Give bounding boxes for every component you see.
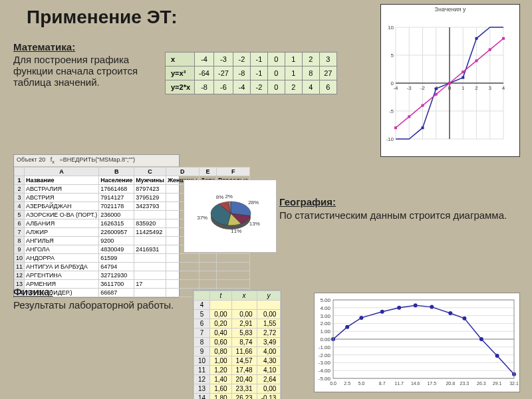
function-chart-title: Значения y: [381, 5, 519, 13]
svg-rect-35: [394, 126, 397, 129]
svg-text:-3.00: -3.00: [319, 360, 331, 366]
svg-rect-43: [502, 37, 505, 40]
formula-bar: =ВНЕДРИТЬ("MSMap.8";""): [59, 156, 135, 163]
svg-text:3: 3: [489, 85, 492, 91]
svg-rect-40: [462, 70, 464, 73]
svg-point-91: [414, 303, 418, 307]
svg-text:2.5: 2.5: [344, 381, 350, 386]
geography-spreadsheet: Объект 20 fx =ВНЕДРИТЬ("MSMap.8";"") ABC…: [13, 154, 180, 298]
svg-text:8%: 8%: [216, 194, 224, 200]
svg-point-93: [448, 311, 452, 315]
page-title: Применение ЭТ:: [27, 7, 178, 28]
svg-text:-4: -4: [393, 85, 398, 91]
function-chart: Значения y -10-50510-4-3-2-101234: [380, 4, 520, 157]
object-label: Объект 20: [17, 156, 45, 163]
svg-rect-42: [489, 49, 491, 51]
function-table: x-4-3-2-10123y=x³-64-27-8-101827y=2*x-8-…: [165, 52, 337, 94]
svg-text:5: 5: [391, 53, 394, 59]
svg-point-89: [380, 310, 384, 314]
svg-text:-5.00: -5.00: [319, 376, 331, 382]
svg-point-92: [430, 305, 434, 309]
svg-text:32.1: 32.1: [509, 381, 519, 386]
svg-rect-39: [448, 82, 451, 84]
svg-rect-36: [408, 115, 410, 118]
svg-rect-37: [422, 104, 424, 107]
svg-text:37%: 37%: [197, 215, 207, 221]
math-label-block: Математика: Для построения графика функц…: [13, 41, 153, 88]
svg-text:0.0: 0.0: [330, 381, 336, 386]
svg-point-94: [462, 317, 466, 321]
svg-text:2.00: 2.00: [320, 321, 331, 327]
svg-text:10: 10: [388, 25, 394, 31]
svg-point-95: [479, 337, 483, 341]
geography-pie-chart: 28%13%11%37%8%2%: [184, 180, 277, 253]
svg-point-96: [495, 354, 499, 358]
svg-text:-2: -2: [420, 85, 426, 91]
math-text: Для построения графика функции сначала с…: [13, 54, 153, 88]
svg-rect-30: [422, 126, 424, 129]
svg-text:-4.00: -4.00: [319, 368, 331, 374]
svg-rect-34: [475, 37, 478, 40]
svg-text:17.5: 17.5: [427, 381, 436, 386]
geography-text: По статистическим данным строится диагра…: [279, 209, 519, 221]
svg-text:-10: -10: [386, 136, 394, 142]
svg-rect-41: [475, 59, 478, 62]
svg-rect-31: [435, 87, 438, 90]
physics-label-block: Физика: Результаты лабораторной работы.: [13, 286, 186, 311]
svg-text:5.0: 5.0: [358, 381, 365, 386]
svg-text:11.7: 11.7: [394, 381, 404, 386]
svg-rect-33: [462, 76, 464, 79]
svg-text:3.00: 3.00: [320, 313, 331, 319]
svg-text:-3: -3: [407, 85, 412, 91]
physics-text: Результаты лабораторной работы.: [13, 299, 186, 311]
physics-chart: -5.00-4.00-3.00-2.00-1.000.001.002.003.0…: [314, 293, 520, 392]
svg-rect-38: [435, 93, 438, 96]
svg-text:29.1: 29.1: [493, 381, 502, 386]
geography-label: География:: [279, 196, 336, 207]
svg-text:11%: 11%: [231, 228, 241, 234]
svg-text:-5: -5: [389, 108, 394, 114]
geography-label-block: География: По статистическим данным стро…: [279, 196, 519, 221]
svg-text:28%: 28%: [248, 200, 259, 205]
svg-text:0.00: 0.00: [320, 336, 331, 342]
svg-text:4: 4: [502, 85, 505, 91]
svg-text:1.00: 1.00: [320, 329, 331, 334]
svg-text:13%: 13%: [249, 221, 260, 227]
math-label: Математика:: [13, 41, 153, 53]
svg-text:26.3: 26.3: [477, 381, 486, 386]
physics-spreadsheet: txy450,000,000,0060,202,911,5570,405,832…: [193, 290, 281, 399]
svg-text:20.8: 20.8: [446, 381, 455, 386]
physics-label: Физика:: [13, 286, 53, 297]
svg-text:23.3: 23.3: [460, 381, 469, 386]
svg-text:8.7: 8.7: [379, 381, 386, 386]
svg-text:4.00: 4.00: [320, 305, 331, 311]
svg-text:2: 2: [475, 85, 478, 91]
svg-point-88: [359, 316, 363, 320]
svg-text:-1.00: -1.00: [319, 344, 331, 350]
svg-text:2%: 2%: [225, 194, 233, 200]
svg-point-87: [345, 325, 349, 329]
svg-text:-2.00: -2.00: [319, 352, 331, 358]
svg-text:1: 1: [462, 85, 465, 91]
svg-text:5.00: 5.00: [320, 297, 331, 303]
svg-text:14.6: 14.6: [411, 381, 420, 386]
svg-point-90: [397, 306, 401, 310]
